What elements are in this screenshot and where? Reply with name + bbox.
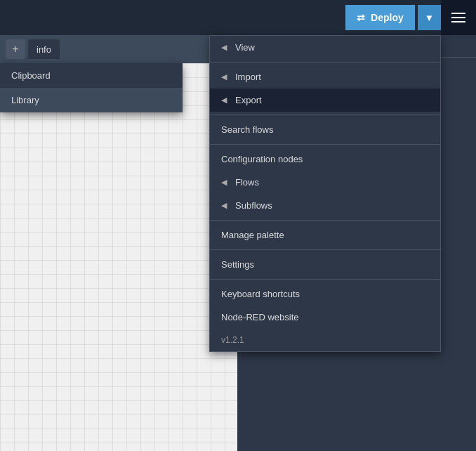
add-tab-icon: + (12, 43, 18, 55)
menu-item-subflows[interactable]: ◀ Subflows (210, 194, 440, 217)
subflows-arrow-icon: ◀ (221, 201, 227, 210)
flows-arrow-icon: ◀ (221, 178, 227, 187)
library-label: Library (11, 95, 39, 105)
hamburger-line-2 (451, 17, 465, 18)
menu-item-manage-palette[interactable]: Manage palette (210, 223, 440, 247)
menu-config-nodes-label: Configuration nodes (221, 154, 303, 164)
hamburger-line-3 (451, 21, 465, 22)
clipboard-menu-item-clipboard[interactable]: Clipboard (0, 63, 183, 88)
hamburger-menu-button[interactable] (441, 0, 476, 35)
top-toolbar: ⇄ Deploy ▼ (0, 0, 476, 35)
menu-divider-6 (210, 279, 440, 280)
clipboard-menu-item-library[interactable]: Library (0, 88, 183, 112)
menu-search-flows-label: Search flows (221, 124, 273, 135)
menu-item-version: v1.2.1 (210, 329, 440, 351)
chevron-down-icon: ▼ (425, 13, 434, 23)
menu-subflows-label: Subflows (235, 200, 272, 211)
hamburger-line-1 (451, 13, 465, 14)
menu-version-label: v1.2.1 (221, 335, 244, 345)
view-arrow-icon: ◀ (221, 43, 227, 52)
menu-settings-label: Settings (221, 259, 254, 270)
menu-view-label: View (235, 42, 255, 53)
menu-item-keyboard-shortcuts[interactable]: Keyboard shortcuts (210, 282, 440, 306)
menu-divider-3 (210, 144, 440, 145)
menu-item-website[interactable]: Node-RED website (210, 306, 440, 329)
tab-bar: + info (0, 35, 237, 63)
menu-item-settings[interactable]: Settings (210, 253, 440, 276)
menu-divider-4 (210, 220, 440, 221)
tab-info-label: info (37, 44, 51, 55)
add-tab-button[interactable]: + (6, 39, 25, 59)
menu-manage-palette-label: Manage palette (221, 230, 284, 240)
menu-item-view[interactable]: ◀ View (210, 36, 440, 59)
menu-divider-5 (210, 249, 440, 250)
menu-flows-label: Flows (235, 177, 259, 188)
menu-item-config-nodes[interactable]: Configuration nodes (210, 148, 440, 171)
clipboard-menu: Clipboard Library (0, 63, 183, 112)
menu-import-label: Import (235, 72, 261, 82)
menu-item-search-flows[interactable]: Search flows (210, 118, 440, 141)
menu-divider-1 (210, 62, 440, 63)
menu-website-label: Node-RED website (221, 312, 299, 322)
menu-keyboard-shortcuts-label: Keyboard shortcuts (221, 289, 300, 299)
context-menu: ◀ View ◀ Import ◀ Export Search flows Co… (209, 35, 441, 352)
deploy-button[interactable]: ⇄ Deploy (345, 5, 415, 30)
deploy-icon: ⇄ (357, 12, 365, 23)
menu-item-flows[interactable]: ◀ Flows (210, 171, 440, 194)
menu-divider-2 (210, 115, 440, 115)
export-arrow-icon: ◀ (221, 96, 227, 105)
menu-item-import[interactable]: ◀ Import (210, 65, 440, 89)
menu-item-export[interactable]: ◀ Export (210, 89, 440, 112)
menu-export-label: Export (235, 95, 262, 105)
clipboard-label: Clipboard (11, 70, 51, 81)
import-arrow-icon: ◀ (221, 72, 227, 81)
deploy-dropdown-button[interactable]: ▼ (418, 5, 441, 30)
tab-info[interactable]: info (28, 39, 60, 59)
deploy-label: Deploy (371, 12, 404, 23)
